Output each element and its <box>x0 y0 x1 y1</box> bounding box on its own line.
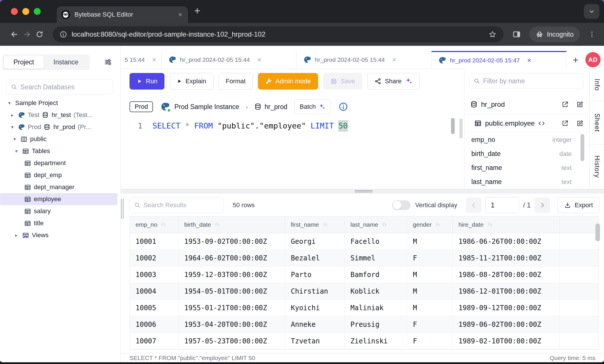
tree-caret-icon[interactable]: ▸ <box>13 232 19 238</box>
tree-item[interactable]: title <box>0 217 120 229</box>
close-browser-tab-icon[interactable]: × <box>178 11 182 18</box>
sidebar-filter-button[interactable] <box>104 58 112 66</box>
table-row[interactable]: 10004 1954-05-01T00:00:00Z Chirstian Kob… <box>130 283 599 300</box>
column-header[interactable]: first_name <box>285 216 345 233</box>
tree-item[interactable]: salary <box>0 205 120 217</box>
table-row[interactable]: 10002 1964-06-02T00:00:00Z Bezalel Simme… <box>130 250 599 266</box>
page-number-input[interactable] <box>485 197 519 213</box>
sidebar-resize-handle[interactable] <box>121 199 123 219</box>
site-info-icon[interactable] <box>60 31 67 38</box>
column-row[interactable]: last_name text <box>464 175 589 189</box>
connection-info-icon[interactable] <box>338 102 348 112</box>
tree-item[interactable]: dept_manager <box>0 181 120 193</box>
tree-item[interactable]: department <box>0 157 120 169</box>
edit-icon[interactable] <box>576 101 584 108</box>
results-resize-splitter[interactable] <box>121 189 604 193</box>
view-code-icon[interactable] <box>538 120 545 127</box>
tree-item[interactable]: ▾ Tables <box>0 145 120 157</box>
batch-button[interactable]: Batch <box>294 99 331 114</box>
side-panel-button[interactable] <box>510 28 523 41</box>
tree-caret-icon[interactable]: ▾ <box>9 124 15 130</box>
close-window-button[interactable] <box>11 8 18 15</box>
previous-page-button[interactable] <box>466 197 481 213</box>
panel-resize-handle[interactable] <box>460 119 462 138</box>
save-button[interactable]: Save <box>323 73 362 90</box>
column-header[interactable]: birth_date <box>179 216 285 233</box>
results-scrollbar[interactable] <box>595 223 600 241</box>
panel-database-row[interactable]: hr_prod <box>464 94 589 114</box>
admin-mode-button[interactable]: Admin mode <box>258 73 318 90</box>
reload-button[interactable] <box>33 28 46 41</box>
column-header[interactable]: hire_date <box>453 216 560 233</box>
tree-item[interactable]: dept_emp <box>0 169 120 181</box>
tree-item[interactable]: ▸ Test hr_test (Test... <box>0 109 120 121</box>
sql-editor[interactable]: 1 SELECT*FROM"public"."employee"LIMIT50 <box>121 117 459 189</box>
panel-table-row[interactable]: public.employee <box>464 114 589 132</box>
editor-scrollbar[interactable] <box>451 118 455 134</box>
address-bar[interactable]: localhost:8080/sql-editor/prod-sample-in… <box>53 26 503 42</box>
tree-item[interactable]: ▾ public <box>0 133 120 145</box>
export-button[interactable]: Export <box>558 197 599 213</box>
back-button[interactable] <box>8 28 21 41</box>
tree-item[interactable]: employee <box>0 193 117 205</box>
column-row[interactable]: birth_date date <box>464 147 589 161</box>
tab-instance[interactable]: Instance <box>44 56 88 69</box>
close-query-tab-icon[interactable]: × <box>392 56 396 64</box>
query-tab[interactable]: 5 15:44 × <box>121 51 162 69</box>
zoom-window-button[interactable] <box>34 8 41 15</box>
table-row[interactable]: 10005 1955-01-21T00:00:00Z Kyoichi Malin… <box>130 300 599 316</box>
close-query-tab-icon[interactable]: × <box>152 56 156 64</box>
minimize-window-button[interactable] <box>22 8 29 15</box>
rail-tab-history[interactable]: History <box>590 145 604 189</box>
forward-button[interactable] <box>21 28 33 41</box>
rail-tab-info[interactable]: Info <box>590 69 604 101</box>
query-tab[interactable]: hr_prod 2024-02-05 15:47 × <box>432 51 566 69</box>
browser-tab[interactable]: Bytebase SQL Editor × <box>57 6 188 23</box>
user-avatar[interactable]: AD <box>585 52 601 67</box>
sort-icon[interactable] <box>322 222 328 228</box>
browser-menu-button[interactable] <box>586 28 598 41</box>
open-external-icon[interactable] <box>561 101 569 108</box>
tab-search-chevron-button[interactable] <box>584 4 599 19</box>
database-name[interactable]: hr_prod <box>264 103 287 111</box>
tree-caret-icon[interactable]: ▾ <box>6 100 13 106</box>
sort-icon[interactable] <box>382 222 387 228</box>
column-header[interactable]: last_name <box>345 216 407 233</box>
search-databases-input[interactable] <box>20 83 109 91</box>
open-external-icon[interactable] <box>561 120 569 127</box>
table-row[interactable]: 10001 1953-09-02T00:00:00Z Georgi Facell… <box>130 233 599 250</box>
search-results-input[interactable] <box>144 201 219 209</box>
vertical-display-toggle[interactable] <box>392 200 411 210</box>
tree-caret-icon[interactable]: ▾ <box>13 148 19 154</box>
edit-icon[interactable] <box>576 120 584 127</box>
explain-button[interactable]: Explain <box>170 73 213 90</box>
close-query-tab-icon[interactable]: × <box>257 56 261 64</box>
tree-item[interactable]: ▾ Sample Project <box>0 97 120 109</box>
tree-item[interactable]: ▸ Views <box>0 229 120 241</box>
column-row[interactable]: emp_no integer <box>464 133 589 147</box>
column-header[interactable]: emp_no <box>130 216 179 233</box>
table-row[interactable]: 10003 1959-12-03T00:00:00Z Parto Bamford… <box>130 266 599 283</box>
query-tab[interactable]: hr_prod 2024-02-05 15:44 × <box>162 51 297 69</box>
query-tab[interactable]: hr_prod 2024-02-05 15:44 × <box>297 51 432 69</box>
rail-tab-sheet[interactable]: Sheet <box>590 101 604 145</box>
sort-icon[interactable] <box>487 222 493 228</box>
tab-project[interactable]: Project <box>4 56 44 69</box>
sort-icon[interactable] <box>214 222 220 228</box>
table-row[interactable]: 10006 1953-04-20T00:00:00Z Anneke Preusi… <box>130 316 599 333</box>
table-row[interactable]: 10007 1957-05-23T00:00:00Z Tzvetan Zieli… <box>130 333 599 349</box>
filter-by-name-input[interactable] <box>483 77 579 85</box>
next-page-button[interactable] <box>535 197 550 213</box>
tree-caret-icon[interactable]: ▸ <box>9 112 15 118</box>
new-query-tab-button[interactable]: + <box>566 51 585 69</box>
column-header[interactable]: gender <box>407 216 453 233</box>
new-browser-tab-button[interactable]: + <box>194 6 200 16</box>
run-button[interactable]: Run <box>130 73 164 90</box>
tree-item[interactable]: ▾ Prod hr_prod (Pr... <box>0 121 120 133</box>
column-row[interactable]: first_name text <box>464 161 589 175</box>
tree-caret-icon[interactable]: ▾ <box>11 136 18 142</box>
instance-name[interactable]: Prod Sample Instance <box>174 103 239 111</box>
format-button[interactable]: Format <box>219 73 253 90</box>
sort-icon[interactable] <box>435 222 441 228</box>
sort-icon[interactable] <box>161 222 166 228</box>
